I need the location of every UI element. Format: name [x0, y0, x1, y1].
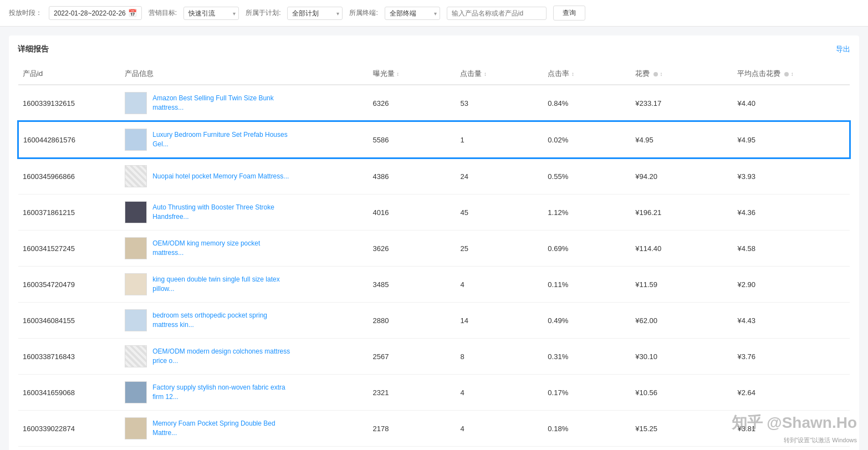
- cell-clicks: 25: [456, 231, 543, 267]
- col-header-clicks[interactable]: 点击量: [456, 63, 543, 85]
- cell-clicks: 24: [456, 158, 543, 195]
- col-header-ctr[interactable]: 点击率: [543, 63, 631, 85]
- table-row[interactable]: 1600346084155 bedroom sets orthopedic po…: [18, 303, 850, 339]
- cell-spend: ¥13.83: [631, 447, 733, 451]
- cell-product-id: 1600339132615: [18, 85, 120, 121]
- product-name[interactable]: king queen double twin single full size …: [152, 275, 291, 294]
- cell-ctr: 0.17%: [543, 375, 631, 411]
- cell-spend: ¥4.95: [631, 121, 733, 158]
- product-thumbnail: [125, 309, 147, 331]
- plan-select[interactable]: 全部计划: [287, 7, 343, 20]
- cell-exposure: 2567: [369, 339, 456, 375]
- table-row[interactable]: 1600442861576 Luxury Bedroom Furniture S…: [18, 121, 850, 158]
- cell-product-id: 1600354720479: [18, 267, 120, 303]
- cell-product-info: OEM/ODM modern design colchones mattress…: [120, 339, 368, 375]
- cell-avg-cpc: ¥4.43: [733, 303, 850, 339]
- product-name[interactable]: OEM/ODM king memory size pocket mattress…: [152, 239, 291, 258]
- cell-avg-cpc: ¥4.58: [733, 231, 850, 267]
- table-row[interactable]: 1600354720479 king queen double twin sin…: [18, 267, 850, 303]
- cell-exposure: 4386: [369, 158, 456, 195]
- product-name[interactable]: Factory supply stylish non-woven fabric …: [152, 383, 291, 402]
- spend-info-icon: [653, 72, 658, 76]
- table-row[interactable]: 1600341527245 OEM/ODM king memory size p…: [18, 231, 850, 267]
- cell-product-info: Amazon Best Selling Full Twin Size Bunk …: [120, 85, 368, 121]
- cell-product-info: bedroom sets orthopedic pocket spring ma…: [120, 303, 368, 339]
- terminal-select[interactable]: 全部终端: [385, 7, 440, 20]
- report-header: 详细报告 导出: [18, 44, 850, 54]
- target-select-wrapper[interactable]: 快速引流: [183, 7, 239, 20]
- cell-product-id: 1600442861576: [18, 121, 120, 158]
- cell-spend: ¥11.59: [631, 267, 733, 303]
- product-name[interactable]: Nuopai hotel pocket Memory Foam Mattress…: [152, 172, 289, 181]
- cell-clicks: 45: [456, 195, 543, 231]
- date-value: 2022-01-28~2022-02-26: [54, 9, 126, 17]
- product-name[interactable]: Memory Foam Pocket Spring Double Bed Mat…: [152, 419, 291, 438]
- col-header-exposure[interactable]: 曝光量: [369, 63, 456, 85]
- table-header: 产品id 产品信息 曝光量 点击量 点击率 花费: [18, 63, 850, 85]
- col-header-avg-cpc[interactable]: 平均点击花费: [733, 63, 850, 85]
- cell-ctr: 0.18%: [543, 411, 631, 447]
- terminal-select-wrapper[interactable]: 全部终端: [385, 7, 440, 20]
- cell-avg-cpc: ¥4.36: [733, 195, 850, 231]
- cell-exposure: 2880: [369, 303, 456, 339]
- cell-ctr: 0.84%: [543, 85, 631, 121]
- cell-ctr: 0.15%: [543, 447, 631, 451]
- col-header-spend[interactable]: 花费: [631, 63, 733, 85]
- target-select[interactable]: 快速引流: [183, 7, 239, 20]
- date-label: 投放时段：: [9, 8, 42, 18]
- cell-product-info: Factory supply stylish non-woven fabric …: [120, 375, 368, 411]
- cell-product-id: 1600338716843: [18, 339, 120, 375]
- product-name[interactable]: Luxury Bedroom Furniture Set Prefab Hous…: [152, 130, 291, 149]
- date-range-input[interactable]: 2022-01-28~2022-02-26 📅: [49, 6, 142, 20]
- table-row[interactable]: 1600339132615 Amazon Best Selling Full T…: [18, 85, 850, 121]
- cell-product-id: 1600371861215: [18, 195, 120, 231]
- product-name[interactable]: OEM/ODM modern design colchones mattress…: [152, 347, 291, 366]
- cell-avg-cpc: ¥3.76: [733, 339, 850, 375]
- product-thumbnail: [125, 381, 147, 403]
- cell-spend: ¥30.10: [631, 339, 733, 375]
- table-row[interactable]: 1600341659068 Factory supply stylish non…: [18, 375, 850, 411]
- target-label: 营销目标:: [149, 8, 177, 18]
- cell-exposure: 3485: [369, 267, 456, 303]
- table-row[interactable]: 1600371861215 Auto Thrusting with Booste…: [18, 195, 850, 231]
- export-button[interactable]: 导出: [836, 44, 850, 54]
- table-row[interactable]: 1600341574168 Hotel Bed Orthopedic King …: [18, 447, 850, 451]
- table-row[interactable]: 1600339022874 Memory Foam Pocket Spring …: [18, 411, 850, 447]
- product-name[interactable]: bedroom sets orthopedic pocket spring ma…: [152, 311, 291, 330]
- cell-ctr: 1.12%: [543, 195, 631, 231]
- cell-avg-cpc: ¥3.81: [733, 411, 850, 447]
- table-row[interactable]: 1600345966866 Nuopai hotel pocket Memory…: [18, 158, 850, 195]
- query-button[interactable]: 查询: [553, 6, 585, 21]
- terminal-label: 所属终端:: [349, 8, 377, 18]
- cell-spend: ¥62.00: [631, 303, 733, 339]
- product-name[interactable]: Auto Thrusting with Booster Three Stroke…: [152, 203, 291, 222]
- cell-exposure: 5586: [369, 121, 456, 158]
- cell-product-id: 1600341659068: [18, 375, 120, 411]
- cell-product-info: OEM/ODM king memory size pocket mattress…: [120, 231, 368, 267]
- calendar-icon[interactable]: 📅: [128, 9, 137, 17]
- plan-select-wrapper[interactable]: 全部计划: [287, 7, 343, 20]
- cell-ctr: 0.02%: [543, 121, 631, 158]
- col-header-product-id: 产品id: [18, 63, 120, 85]
- cell-ctr: 0.11%: [543, 267, 631, 303]
- cell-product-info: Auto Thrusting with Booster Three Stroke…: [120, 195, 368, 231]
- cell-clicks: 4: [456, 375, 543, 411]
- cell-clicks: 14: [456, 303, 543, 339]
- table-row[interactable]: 1600338716843 OEM/ODM modern design colc…: [18, 339, 850, 375]
- cell-spend: ¥15.25: [631, 411, 733, 447]
- cell-product-id: 1600341574168: [18, 447, 120, 451]
- cell-avg-cpc: ¥2.64: [733, 375, 850, 411]
- data-table: 产品id 产品信息 曝光量 点击量 点击率 花费: [18, 63, 850, 450]
- cell-ctr: 0.69%: [543, 231, 631, 267]
- cell-product-id: 1600346084155: [18, 303, 120, 339]
- cell-exposure: 2321: [369, 375, 456, 411]
- search-input[interactable]: [447, 7, 547, 20]
- cell-product-info: Memory Foam Pocket Spring Double Bed Mat…: [120, 411, 368, 447]
- cell-ctr: 0.31%: [543, 339, 631, 375]
- product-thumbnail: [125, 417, 147, 439]
- cell-exposure: 4016: [369, 195, 456, 231]
- product-name[interactable]: Amazon Best Selling Full Twin Size Bunk …: [152, 94, 291, 113]
- cell-product-id: 1600345966866: [18, 158, 120, 195]
- cell-clicks: 4: [456, 267, 543, 303]
- product-thumbnail: [125, 273, 147, 295]
